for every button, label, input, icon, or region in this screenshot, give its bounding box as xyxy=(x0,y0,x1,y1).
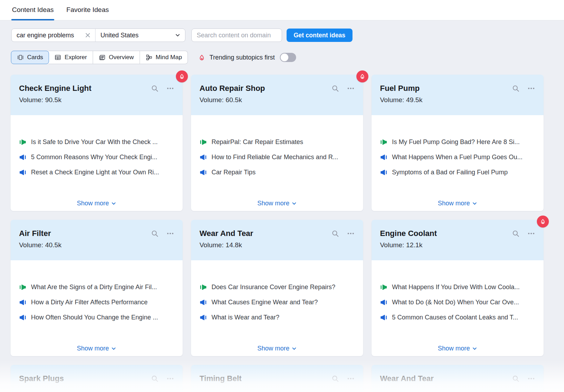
card-volume: Volume: 40.5k xyxy=(19,241,174,249)
topic-card-check-engine-light: Check Engine Light xyxy=(11,75,183,211)
topic-card-wear-and-tear: Wear And Tear V xyxy=(191,220,363,356)
overview-report-icon xyxy=(99,54,106,61)
chevron-down-icon xyxy=(472,346,477,351)
card-header: Spark Plugs xyxy=(11,365,183,392)
view-explorer-button[interactable]: Explorer xyxy=(49,51,93,64)
headline-text: What Happens If You Drive With Low Coola… xyxy=(392,284,520,291)
topic-research-page: Content Ideas Favorite Ideas United Stat… xyxy=(0,0,564,392)
headline-item[interactable]: 5 Common Reasons Why Your Check Engi... xyxy=(19,152,174,162)
card-volume: Volume: 90.5k xyxy=(19,96,174,104)
headline-item[interactable]: Is it Safe to Drive Your Car With the Ch… xyxy=(19,137,174,147)
show-more-link[interactable]: Show more xyxy=(191,345,363,352)
topic-card-engine-coolant: Engine Coolant xyxy=(372,220,544,356)
toolbar: United States Get content ideas xyxy=(0,20,564,64)
card-search-icon[interactable] xyxy=(151,85,159,92)
headline-item[interactable]: How to Find Reliable Car Mechanics and R… xyxy=(200,152,355,162)
card-header: Air Filter Volu xyxy=(11,220,183,260)
domain-search-input[interactable] xyxy=(191,29,282,42)
headline-item[interactable]: 5 Common Causes of Coolant Leaks and T..… xyxy=(380,312,535,322)
card-title: Engine Coolant xyxy=(380,229,512,238)
headline-item[interactable]: What Happens When a Fuel Pump Goes Ou... xyxy=(380,152,535,162)
show-more-link[interactable]: Show more xyxy=(191,200,363,207)
headline-item[interactable]: What to Do (& Not Do) When Your Car Ove.… xyxy=(380,297,535,307)
chevron-down-icon xyxy=(111,346,116,351)
mind-map-icon xyxy=(146,54,153,61)
headline-item[interactable]: RepairPal: Car Repair Estimates xyxy=(200,137,355,147)
region-select-value: United States xyxy=(100,32,139,39)
card-menu-icon[interactable] xyxy=(527,375,535,382)
card-menu-icon[interactable] xyxy=(527,85,535,92)
headline-text: Does Car Insurance Cover Engine Repairs? xyxy=(212,284,335,291)
view-cards-button[interactable]: Cards xyxy=(11,51,49,64)
headline-item[interactable]: Is My Fuel Pump Going Bad? Here Are 8 Si… xyxy=(380,137,535,147)
clear-search-icon[interactable] xyxy=(84,31,92,39)
region-select[interactable]: United States xyxy=(96,29,185,42)
card-search-icon[interactable] xyxy=(331,230,339,237)
show-more-link[interactable]: Show more xyxy=(11,200,183,207)
tab-favorite-ideas[interactable]: Favorite Ideas xyxy=(66,6,109,20)
tab-bar: Content Ideas Favorite Ideas xyxy=(0,0,564,20)
card-search-icon[interactable] xyxy=(151,230,159,237)
card-volume: Volume: 12.1k xyxy=(380,241,535,249)
headline-item[interactable]: What Are the Signs of a Dirty Engine Air… xyxy=(19,282,174,292)
search-query-field[interactable] xyxy=(12,29,96,42)
headline-item[interactable]: What Causes Engine Wear and Tear? xyxy=(200,297,355,307)
card-body: What Are the Signs of a Dirty Engine Air… xyxy=(11,260,183,356)
show-more-link[interactable]: Show more xyxy=(372,200,544,207)
view-overview-label: Overview xyxy=(109,54,134,61)
headline-text: How a Dirty Air Filter Affects Performan… xyxy=(31,299,148,306)
headline-text: RepairPal: Car Repair Estimates xyxy=(212,138,303,146)
trending-fire-badge xyxy=(356,70,368,82)
card-menu-icon[interactable] xyxy=(166,85,174,92)
megaphone-icon xyxy=(19,138,26,146)
headline-item[interactable]: Does Car Insurance Cover Engine Repairs? xyxy=(200,282,355,292)
headline-item[interactable]: Reset a Check Engine Light at Your Own R… xyxy=(19,167,174,177)
card-title: Timing Belt xyxy=(200,374,331,383)
card-search-icon[interactable] xyxy=(512,230,520,237)
headline-item[interactable]: What is Wear and Tear? xyxy=(200,312,355,322)
view-mindmap-label: Mind Map xyxy=(156,54,182,61)
card-menu-icon[interactable] xyxy=(347,230,355,237)
search-input[interactable] xyxy=(17,32,84,39)
headline-item[interactable]: What Happens If You Drive With Low Coola… xyxy=(380,282,535,292)
show-more-link[interactable]: Show more xyxy=(372,345,544,352)
headline-text: What is Wear and Tear? xyxy=(212,314,279,321)
trending-fire-badge xyxy=(537,216,549,228)
show-more-link[interactable]: Show more xyxy=(11,345,183,352)
card-menu-icon[interactable] xyxy=(347,375,355,382)
headline-text: 5 Common Reasons Why Your Check Engi... xyxy=(31,154,157,161)
search-combo: United States xyxy=(11,29,185,42)
headline-item[interactable]: How Often Should You Change the Engine .… xyxy=(19,312,174,322)
topic-card-auto-repair-shop: Auto Repair Shop xyxy=(191,75,363,211)
trending-toggle[interactable] xyxy=(280,53,296,62)
view-overview-button[interactable]: Overview xyxy=(93,51,140,64)
tab-content-ideas[interactable]: Content Ideas xyxy=(11,6,54,20)
view-mindmap-button[interactable]: Mind Map xyxy=(140,51,188,64)
megaphone-icon xyxy=(380,169,387,176)
headline-text: Is it Safe to Drive Your Car With the Ch… xyxy=(31,138,158,146)
card-menu-icon[interactable] xyxy=(166,375,174,382)
get-content-ideas-button[interactable]: Get content ideas xyxy=(287,29,352,42)
topic-card-wear-and-tear-2: Wear And Tear xyxy=(372,365,544,392)
megaphone-icon xyxy=(200,314,207,321)
headline-item[interactable]: Car Repair Tips xyxy=(200,167,355,177)
headline-item[interactable]: Symptoms of a Bad or Failing Fuel Pump xyxy=(380,167,535,177)
card-menu-icon[interactable] xyxy=(527,230,535,237)
card-search-icon[interactable] xyxy=(331,375,339,382)
headline-text: Symptoms of a Bad or Failing Fuel Pump xyxy=(392,169,508,176)
card-title: Wear And Tear xyxy=(380,374,512,383)
chevron-down-icon xyxy=(292,201,297,206)
headline-item[interactable]: How a Dirty Air Filter Affects Performan… xyxy=(19,297,174,307)
card-menu-icon[interactable] xyxy=(166,230,174,237)
card-menu-icon[interactable] xyxy=(347,85,355,92)
megaphone-icon xyxy=(200,154,207,161)
card-search-icon[interactable] xyxy=(151,375,159,382)
megaphone-icon xyxy=(380,299,387,306)
card-search-icon[interactable] xyxy=(512,375,520,382)
megaphone-icon xyxy=(200,169,207,176)
headline-text: How to Find Reliable Car Mechanics and R… xyxy=(212,154,338,161)
trending-fire-badge xyxy=(176,70,188,82)
card-search-icon[interactable] xyxy=(512,85,520,92)
card-search-icon[interactable] xyxy=(331,85,339,92)
card-body: What Happens If You Drive With Low Coola… xyxy=(372,260,544,356)
